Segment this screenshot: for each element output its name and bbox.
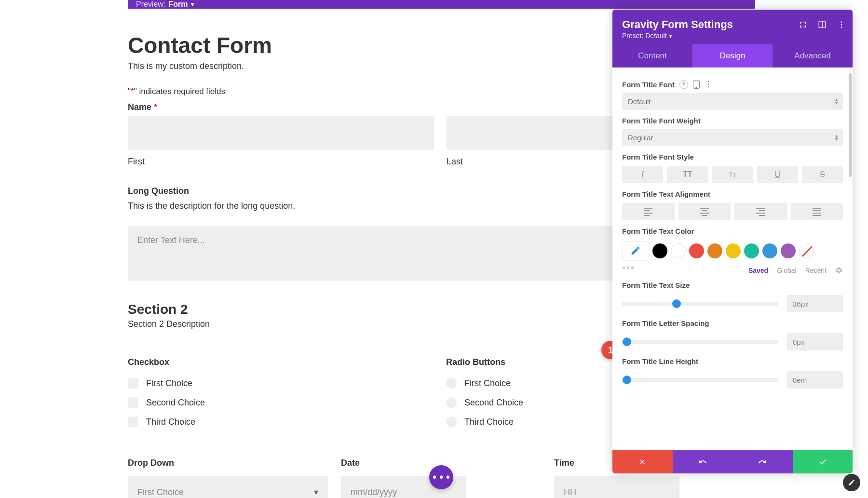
font-label: Form Title Font ? ⋮ (622, 80, 843, 89)
preview-mode[interactable]: Form (168, 0, 188, 9)
help-icon[interactable]: ? (679, 80, 688, 89)
sidebar-toggle-icon[interactable] (818, 20, 827, 29)
tab-advanced[interactable]: Advanced (773, 44, 853, 67)
color-swatch-purple[interactable] (781, 243, 796, 258)
checkbox-icon[interactable] (128, 417, 138, 427)
size-label: Form Title Text Size (622, 281, 843, 289)
panel-header: Gravity Form Settings Preset: Default▼ (612, 10, 853, 44)
strikethrough-button[interactable]: S (802, 166, 843, 183)
color-tab-saved[interactable]: Saved (748, 267, 768, 274)
color-swatch-red[interactable] (689, 243, 704, 258)
style-buttons: I TT Tт U S (622, 166, 843, 183)
align-right-button[interactable] (734, 203, 787, 220)
color-swatch-white[interactable] (671, 243, 686, 258)
svg-point-4 (841, 27, 842, 28)
caret-down-icon[interactable]: ▼ (190, 1, 195, 8)
panel-footer (612, 450, 853, 473)
weight-select[interactable]: Regular▴▾ (622, 129, 843, 146)
alignment-label: Form Title Text Alignment (622, 190, 843, 198)
spacing-slider[interactable] (622, 340, 778, 344)
lineheight-value[interactable]: 0em (787, 371, 843, 389)
color-label: Form Title Text Color (622, 227, 843, 235)
first-name-input[interactable] (128, 116, 434, 150)
save-button[interactable] (793, 450, 853, 473)
color-swatch-blue[interactable] (762, 243, 777, 258)
chevron-down-icon: ▾ (314, 487, 318, 498)
redo-button[interactable] (732, 450, 793, 473)
asterisk: * (154, 102, 157, 112)
asterisk: * (131, 87, 134, 96)
lineheight-slider[interactable] (622, 378, 778, 382)
checkbox-option[interactable]: Third Choice (128, 417, 446, 427)
tab-content[interactable]: Content (612, 44, 692, 67)
color-swatch-black[interactable] (652, 243, 667, 258)
tab-design[interactable]: Design (692, 44, 773, 67)
italic-button[interactable]: I (622, 166, 663, 183)
more-icon[interactable] (837, 20, 846, 29)
dropdown-select[interactable]: First Choice ▾ (128, 476, 328, 498)
spacing-label: Form Title Letter Spacing (622, 319, 843, 327)
color-tabs: Saved Global Recent (622, 267, 843, 274)
size-slider[interactable] (622, 302, 778, 306)
responsive-icon[interactable] (693, 80, 700, 89)
radio-icon[interactable] (446, 397, 457, 408)
panel-body: Form Title Font ? ⋮ Default▴▾ Form Title… (612, 67, 853, 464)
close-button[interactable] (612, 450, 673, 473)
lineheight-label: Form Title Line Height (622, 357, 843, 365)
undo-button[interactable] (673, 450, 733, 473)
color-swatch-none[interactable] (799, 243, 814, 258)
settings-panel: Gravity Form Settings Preset: Default▼ C… (612, 10, 853, 473)
color-tab-global[interactable]: Global (777, 267, 796, 274)
more-options-icon[interactable]: ⋮ (705, 84, 712, 85)
panel-preset[interactable]: Preset: Default▼ (622, 32, 843, 40)
settings-tabs: Content Design Advanced (612, 44, 853, 67)
spacing-value[interactable]: 0px (787, 333, 843, 350)
checkbox-option[interactable]: First Choice (128, 378, 446, 389)
color-swatches (622, 241, 843, 260)
color-picker-button[interactable] (622, 241, 649, 260)
preview-label: Preview: (136, 0, 165, 9)
radio-icon[interactable] (446, 378, 457, 389)
size-value[interactable]: 36px (787, 295, 843, 312)
radio-icon[interactable] (446, 417, 457, 427)
dropdown-label: Drop Down (128, 458, 341, 468)
align-left-button[interactable] (622, 203, 675, 220)
align-center-button[interactable] (678, 203, 731, 220)
svg-point-2 (841, 21, 842, 23)
weight-label: Form Title Font Weight (622, 117, 843, 125)
scrollbar[interactable] (849, 73, 852, 177)
align-justify-button[interactable] (791, 203, 843, 220)
color-swatch-yellow[interactable] (726, 243, 741, 258)
color-swatch-orange[interactable] (707, 243, 722, 258)
first-sublabel: First (128, 157, 434, 167)
gear-icon[interactable] (835, 267, 843, 274)
color-swatch-teal[interactable] (744, 243, 759, 258)
color-tab-recent[interactable]: Recent (805, 267, 827, 274)
checkbox-option[interactable]: Second Choice (128, 397, 446, 408)
textarea-placeholder: Enter Text Here... (137, 235, 205, 245)
alignment-buttons (622, 203, 843, 220)
underline-button[interactable]: U (757, 166, 798, 183)
svg-point-3 (841, 24, 842, 26)
uppercase-button[interactable]: TT (667, 166, 708, 183)
preview-bar: Preview: Form ▼ (128, 0, 755, 9)
checkbox-icon[interactable] (128, 397, 138, 408)
smallcaps-button[interactable]: Tт (712, 166, 753, 183)
style-label: Form Title Font Style (622, 153, 843, 161)
more-actions-fab[interactable]: • • • (429, 465, 453, 489)
checkbox-icon[interactable] (128, 378, 138, 389)
help-fab[interactable] (843, 474, 860, 491)
checkbox-label: Checkbox (128, 357, 446, 367)
fullscreen-icon[interactable] (799, 20, 807, 29)
font-select[interactable]: Default▴▾ (622, 93, 843, 110)
time-input[interactable]: HH (554, 476, 679, 498)
